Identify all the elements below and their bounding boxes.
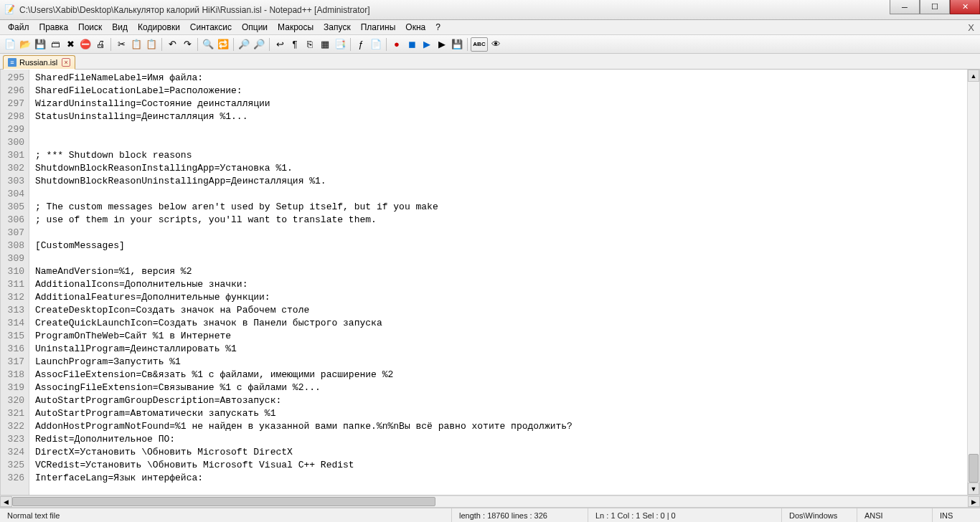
func-icon[interactable]: ƒ (354, 37, 368, 52)
play-icon[interactable]: ▶ (420, 37, 434, 52)
toolbar-separator (350, 38, 351, 51)
savemacro-icon[interactable]: 💾 (450, 37, 464, 52)
line-number-gutter: 295 296 297 298 299 300 301 302 303 304 … (1, 70, 29, 495)
indent-guide-icon[interactable]: ⎘ (303, 37, 317, 52)
stop-icon[interactable]: ◼ (405, 37, 419, 52)
allchars-icon[interactable]: ¶ (288, 37, 302, 52)
toolbar-separator (233, 38, 234, 51)
scroll-right-icon[interactable]: ▶ (968, 496, 980, 507)
status-position: Ln : 1 Col : 1 Sel : 0 | 0 (588, 508, 782, 522)
status-insert-mode: INS (933, 508, 980, 522)
status-eol: Dos\Windows (782, 508, 857, 522)
undo-icon[interactable]: ↶ (165, 37, 179, 52)
menu-macros[interactable]: Макросы (273, 21, 319, 34)
toolbar-separator (269, 38, 270, 51)
replace-icon[interactable]: 🔁 (216, 37, 230, 52)
save-icon[interactable]: 💾 (33, 37, 47, 52)
tab-close-icon[interactable]: × (62, 58, 70, 67)
menu-x-icon[interactable]: X (968, 22, 974, 33)
monitor-icon[interactable]: 👁 (489, 37, 503, 52)
open-icon[interactable]: 📂 (18, 37, 32, 52)
tabbar: ≡ Russian.isl × (0, 54, 980, 70)
toolbar-separator (110, 38, 111, 51)
minimize-button[interactable]: ─ (890, 0, 920, 14)
zoomout-icon[interactable]: 🔎 (252, 37, 266, 52)
spellcheck-icon[interactable]: ABC (471, 37, 488, 52)
toolbar: 📄 📂 💾 🗃 ✖ ⛔ 🖨 ✂ 📋 📋 ↶ ↷ 🔍 🔁 🔎 🔎 ↩ ¶ ⎘ ▦ … (0, 35, 980, 54)
menubar: Файл Правка Поиск Вид Кодировки Синтакси… (0, 20, 980, 35)
horizontal-scroll-thumb[interactable] (12, 497, 435, 506)
statusbar: Normal text file length : 18760 lines : … (0, 508, 980, 522)
menu-help[interactable]: ? (430, 21, 446, 34)
wrap-icon[interactable]: ↩ (273, 37, 287, 52)
file-tab-icon: ≡ (8, 58, 17, 67)
toolbar-separator (467, 38, 468, 51)
zoomin-icon[interactable]: 🔎 (237, 37, 251, 52)
find-icon[interactable]: 🔍 (201, 37, 215, 52)
redo-icon[interactable]: ↷ (180, 37, 194, 52)
fold-icon[interactable]: ▦ (318, 37, 332, 52)
vertical-scroll-thumb[interactable] (969, 454, 979, 483)
menu-syntax[interactable]: Синтаксис (185, 21, 237, 34)
menu-options[interactable]: Опции (237, 21, 273, 34)
record-icon[interactable]: ● (390, 37, 404, 52)
new-icon[interactable]: 📄 (3, 37, 17, 52)
file-tab-label: Russian.isl (19, 58, 57, 67)
status-length: length : 18760 lines : 326 (452, 508, 588, 522)
print-icon[interactable]: 🖨 (93, 37, 108, 52)
scroll-down-icon[interactable]: ▼ (968, 483, 979, 495)
vertical-scrollbar[interactable]: ▲ ▼ (967, 70, 979, 495)
menu-search[interactable]: Поиск (73, 21, 107, 34)
toolbar-separator (197, 38, 198, 51)
close-button[interactable]: ✕ (950, 0, 980, 14)
cut-icon[interactable]: ✂ (114, 37, 128, 52)
editor: 295 296 297 298 299 300 301 302 303 304 … (0, 70, 980, 495)
status-filetype: Normal text file (0, 508, 452, 522)
paste-icon[interactable]: 📋 (144, 37, 159, 52)
menu-plugins[interactable]: Плагины (356, 21, 401, 34)
doc-icon[interactable]: 📄 (369, 37, 383, 52)
window-title: C:\Users\Xabib\Desktop\Калькулятор калор… (19, 5, 890, 15)
toolbar-separator (161, 38, 162, 51)
horizontal-scrollbar[interactable]: ◀ ▶ (0, 495, 980, 508)
closedoc-icon[interactable]: ✖ (63, 37, 77, 52)
menu-encoding[interactable]: Кодировки (133, 21, 185, 34)
menu-view[interactable]: Вид (107, 21, 133, 34)
copy-icon[interactable]: 📋 (129, 37, 143, 52)
saveall-icon[interactable]: 🗃 (48, 37, 62, 52)
lang-icon[interactable]: 📑 (333, 37, 347, 52)
menu-edit[interactable]: Правка (34, 21, 74, 34)
scroll-up-icon[interactable]: ▲ (968, 70, 979, 82)
status-encoding: ANSI (857, 508, 933, 522)
menu-file[interactable]: Файл (3, 21, 34, 34)
menu-windows[interactable]: Окна (400, 21, 430, 34)
closeall-icon[interactable]: ⛔ (78, 37, 93, 52)
menu-run[interactable]: Запуск (319, 21, 356, 34)
toolbar-separator (386, 38, 387, 51)
titlebar: 📝 C:\Users\Xabib\Desktop\Калькулятор кал… (0, 0, 980, 20)
playmulti-icon[interactable]: ▶ (435, 37, 449, 52)
scroll-left-icon[interactable]: ◀ (0, 496, 12, 507)
file-tab[interactable]: ≡ Russian.isl × (3, 55, 75, 70)
app-icon: 📝 (4, 4, 16, 16)
maximize-button[interactable]: ☐ (920, 0, 950, 14)
code-area[interactable]: SharedFileNameLabel=Имя файла: SharedFil… (29, 70, 967, 495)
